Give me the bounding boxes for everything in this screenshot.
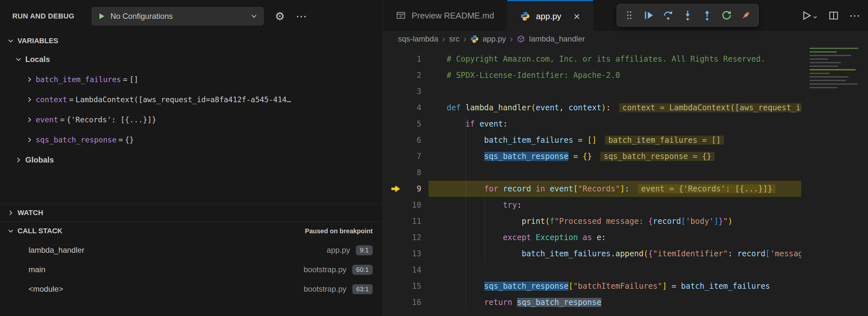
variable-row[interactable]: sqs_batch_response = {} (0, 130, 382, 150)
code-token: print (522, 217, 545, 226)
more-actions-icon[interactable]: ⋯ (849, 10, 860, 21)
code-line[interactable]: 15 sqs_batch_response["batchItemFailures… (383, 278, 868, 294)
line-number[interactable]: 2 (383, 67, 421, 84)
code-line[interactable]: 12 except Exception as e: (383, 229, 868, 246)
code-token: append (615, 249, 644, 258)
line-number[interactable]: 6 (383, 132, 421, 148)
code-token: event (479, 119, 503, 128)
watch-header[interactable]: WATCH (0, 205, 382, 221)
continue-icon[interactable] (640, 6, 658, 24)
tab-app-py[interactable]: app.py × (507, 0, 593, 31)
code-line[interactable]: 9 for record in event["Records"]:event =… (383, 181, 868, 197)
code-token: : (601, 233, 606, 242)
code-line[interactable]: 16 return sqs_batch_response (383, 294, 868, 311)
code-token: { (648, 249, 653, 258)
debug-config-dropdown[interactable]: No Configurations (92, 7, 264, 25)
code-token: [ (568, 282, 573, 291)
line-number[interactable]: 5 (383, 116, 421, 132)
code-line[interactable]: 1# Copyright Amazon.com, Inc. or its aff… (383, 51, 868, 67)
breadcrumb-item-folder[interactable]: src (449, 34, 459, 43)
more-actions-icon[interactable]: ⋯ (296, 11, 307, 22)
restart-icon[interactable] (717, 6, 736, 24)
run-python-file-icon[interactable] (801, 10, 818, 21)
scope-globals[interactable]: Globals (0, 150, 382, 170)
code-token: ] (714, 217, 718, 226)
split-editor-icon[interactable] (829, 10, 839, 21)
call-stack-frame[interactable]: mainbootstrap.py60:1 (0, 260, 382, 279)
inline-value-hint: event = {'Records': [{...}]} (638, 184, 776, 193)
code-line[interactable]: 3 (383, 84, 868, 100)
python-icon (470, 35, 479, 43)
line-number[interactable]: 7 (383, 148, 421, 164)
code-token: = (568, 152, 583, 161)
code-line[interactable]: 10 try: (383, 197, 868, 213)
line-number[interactable]: 9 (383, 181, 421, 197)
step-out-icon[interactable] (698, 6, 716, 24)
variable-row[interactable]: batch_item_failures = [] (0, 69, 382, 90)
code-text: def lambda_handler(event, context):conte… (447, 100, 801, 116)
scope-locals[interactable]: Locals (0, 49, 382, 69)
step-into-icon[interactable] (679, 6, 697, 24)
close-icon[interactable]: × (574, 11, 580, 22)
step-over-icon[interactable] (659, 6, 677, 24)
code-line[interactable]: 8 (383, 164, 868, 181)
breadcrumb-item-symbol[interactable]: lambda_handler (529, 34, 585, 43)
gear-icon[interactable]: ⚙ (275, 11, 284, 22)
breadcrumb-item-file[interactable]: app.py (483, 34, 506, 43)
call-stack-header[interactable]: CALL STACK Paused on breakpoint (0, 222, 382, 241)
line-number[interactable]: 8 (383, 164, 421, 181)
code-line[interactable]: 14 (383, 262, 868, 278)
breadcrumb-item-folder[interactable]: sqs-lambda (398, 34, 438, 43)
variable-name: batch_item_failures (36, 75, 121, 84)
breadcrumb-separator: › (442, 34, 445, 43)
code-token: : (728, 249, 737, 258)
tab-preview-readme[interactable]: Preview README.md (383, 0, 507, 31)
code-token: e (596, 233, 601, 242)
line-number[interactable]: 15 (383, 278, 421, 294)
line-number[interactable]: 16 (383, 294, 421, 311)
call-stack-frame[interactable]: <module>bootstrap.py63:1 (0, 279, 382, 299)
drag-handle-icon[interactable] (620, 6, 638, 24)
line-number[interactable]: 11 (383, 213, 421, 229)
code-line[interactable]: 4def lambda_handler(event, context):cont… (383, 100, 868, 116)
code-token: event (536, 103, 559, 112)
call-stack-frame[interactable]: lambda_handlerapp.py9:1 (0, 241, 382, 260)
code-token: batch_item_failures (484, 136, 574, 145)
line-number[interactable]: 1 (383, 51, 421, 67)
code-token: as (578, 233, 597, 242)
variable-name: context (36, 95, 67, 104)
code-line[interactable]: 11 print(f"Processed message: {record['b… (383, 213, 868, 229)
line-number[interactable]: 4 (383, 100, 421, 116)
variable-row[interactable]: context = LambdaContext([aws_request_id=… (0, 90, 382, 110)
code-line[interactable]: 2# SPDX-License-Identifier: Apache-2.0 (383, 67, 868, 84)
code-line[interactable]: 13 batch_item_failures.append({"itemIden… (383, 246, 868, 262)
code-token: record (737, 249, 766, 258)
minimap[interactable] (806, 45, 865, 104)
line-number[interactable]: 14 (383, 262, 421, 278)
code-token: record (653, 217, 681, 226)
code-token: except (503, 233, 535, 242)
code-token: return (484, 298, 517, 307)
variables-header[interactable]: VARIABLES (0, 32, 382, 49)
variables-header-label: VARIABLES (18, 37, 58, 45)
code-line[interactable]: 5 if event: (383, 116, 868, 132)
code-token: . (611, 249, 615, 258)
vscode-window: RUN AND DEBUG No Configurations ⚙ ⋯ VARI… (0, 0, 868, 316)
indent-guide (484, 197, 485, 262)
chevron-right-icon (14, 156, 23, 164)
code-token: ( (531, 103, 535, 112)
inline-value-hint: batch_item_failures = [] (605, 136, 724, 145)
line-number[interactable]: 10 (383, 197, 421, 213)
variables-section: VARIABLES Locals batch_item_failures = [… (0, 32, 382, 170)
code-token: = (573, 136, 587, 145)
code-line[interactable]: 6 batch_item_failures = []batch_item_fai… (383, 132, 868, 148)
code-token: # Copyright Amazon.com, Inc. or its affi… (447, 55, 766, 64)
symbol-method-icon (517, 35, 525, 43)
disconnect-icon[interactable] (737, 6, 755, 24)
line-number[interactable]: 3 (383, 84, 421, 100)
line-number[interactable]: 13 (383, 246, 421, 262)
code-line[interactable]: 7 sqs_batch_response = {}sqs_batch_respo… (383, 148, 868, 164)
variable-row[interactable]: event = {'Records': [{...}]} (0, 110, 382, 130)
variable-value: {'Records': [{...}]} (66, 116, 156, 124)
line-number[interactable]: 12 (383, 229, 421, 246)
